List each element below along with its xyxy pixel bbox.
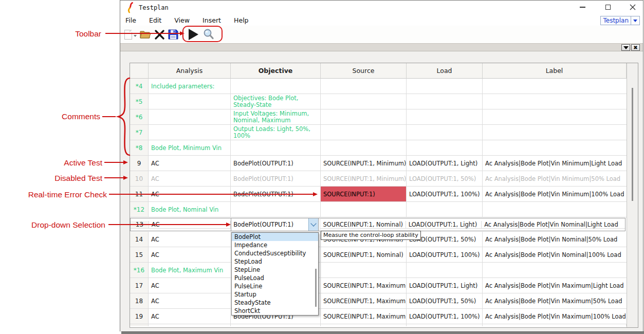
cell-source[interactable] <box>321 125 407 140</box>
cell-load[interactable] <box>407 202 483 217</box>
cell-label[interactable]: Ac Analysis|Bode Plot|Vin Minimum|100% L… <box>483 187 627 202</box>
cell-analysis[interactable]: AC <box>149 293 231 309</box>
cell-label[interactable]: Ac Analysis|Bode Plot|Vin Maximum|100% L… <box>483 309 627 324</box>
header-rownum[interactable] <box>130 63 149 79</box>
table-row-10[interactable]: 10ACBodePlot(OUTPUT:1)SOURCE(INPUT:1, Mi… <box>130 171 627 187</box>
cell-load[interactable]: LOAD(OUTPUT:1, Light) <box>407 278 483 293</box>
maximize-button[interactable] <box>599 1 617 14</box>
cell-label[interactable]: Ac Analysis|Bode Plot|Vin Nominal|100% L… <box>483 247 627 263</box>
cell-label[interactable] <box>483 140 627 156</box>
cell-analysis[interactable]: AC <box>149 171 231 187</box>
header-analysis[interactable]: Analysis <box>149 63 231 79</box>
dropdown-item-pulseload[interactable]: PulseLoad <box>232 274 318 282</box>
cell-label[interactable] <box>483 79 627 94</box>
cell-label[interactable]: Ac Analysis|Bode Plot|Vin Minimum|Light … <box>483 156 627 171</box>
new-document-button[interactable] <box>121 28 135 41</box>
dropdown-item-conductedsusceptibility[interactable]: ConductedSusceptibility <box>232 249 318 257</box>
cell-load[interactable]: LOAD(OUTPUT:1, Light) <box>407 156 483 171</box>
dropdown-item-stepline[interactable]: StepLine <box>232 266 318 274</box>
table-row-4[interactable]: *4Included parameters: <box>130 79 627 94</box>
dropdown-item-bodeplot[interactable]: BodePlot <box>232 233 318 241</box>
cell-source[interactable]: SOURCE(INPUT:1, Nominal) <box>321 247 407 263</box>
dropdown-item-startup[interactable]: Startup <box>232 290 318 299</box>
cell-objective[interactable]: BodePlot(OUTPUT:1) <box>231 171 321 187</box>
cell-load[interactable]: LOAD(OUTPUT:1, 50%) <box>407 293 483 309</box>
cell-load[interactable] <box>407 140 483 156</box>
cell-load[interactable] <box>407 94 483 109</box>
cell-objective[interactable]: Input Voltages: Minimum, Nominal, Maximu… <box>231 109 321 125</box>
menu-insert[interactable]: Insert <box>197 15 226 24</box>
table-vertical-scrollbar[interactable] <box>627 63 638 327</box>
cell-analysis[interactable] <box>149 125 231 140</box>
cell-source[interactable]: SOURCE(INPUT:1, Minimum) <box>321 156 407 171</box>
cell-label[interactable] <box>483 109 627 125</box>
cell-load[interactable] <box>407 263 483 278</box>
header-source[interactable]: Source <box>321 63 407 79</box>
header-objective[interactable]: Objective <box>231 63 321 79</box>
cell-label[interactable]: Ac Analysis|Bode Plot|Vin Nominal|Light … <box>482 221 625 229</box>
scrollbar-thumb[interactable] <box>632 88 633 201</box>
table-row-8[interactable]: *8Bode Plot, Minimum Vin <box>130 140 627 156</box>
table-row-5[interactable]: *5Objectives: Bode Plot, Steady-State <box>130 94 627 109</box>
cell-analysis[interactable] <box>149 94 231 109</box>
cell-label[interactable] <box>483 202 627 217</box>
table-row-6[interactable]: *6Input Voltages: Minimum, Nominal, Maxi… <box>130 109 627 125</box>
cell-objective[interactable] <box>231 140 321 156</box>
cell-load[interactable] <box>407 109 483 125</box>
cell-objective[interactable]: BodePlot(OUTPUT:1) <box>231 217 320 232</box>
cell-source[interactable]: SOURCE(INPUT:1, Maximum) <box>321 309 407 324</box>
cell-source[interactable]: SOURCE(INPUT:1, Maximum) <box>321 293 407 309</box>
menu-help[interactable]: Help <box>229 15 254 24</box>
cell-load[interactable]: LOAD(OUTPUT:1, Light) <box>406 221 482 229</box>
cell-source[interactable] <box>321 79 407 94</box>
dropdown-item-pulseline[interactable]: PulseLine <box>232 282 318 290</box>
cell-source[interactable] <box>321 263 407 278</box>
combobox-dropdown-button[interactable] <box>308 218 318 231</box>
table-row-9[interactable]: 9ACBodePlot(OUTPUT:1)SOURCE(INPUT:1, Min… <box>130 156 627 171</box>
cell-analysis[interactable]: AC <box>149 156 231 171</box>
close-button[interactable] <box>624 1 641 14</box>
cell-label[interactable]: Ac Analysis|Bode Plot|Vin Minimum|50% Lo… <box>483 171 627 187</box>
cell-label[interactable]: Ac Analysis|Bode Plot|Vin Nominal|50% Lo… <box>483 232 627 247</box>
cell-load[interactable]: LOAD(OUTPUT:1, 100%) <box>407 247 483 263</box>
header-label[interactable]: Label <box>483 63 627 79</box>
cell-objective[interactable] <box>231 202 321 217</box>
dropdown-scrollbar-thumb[interactable] <box>315 269 317 307</box>
cell-load[interactable] <box>407 125 483 140</box>
cell-analysis[interactable]: AC <box>149 247 231 263</box>
cell-analysis[interactable]: AC <box>149 309 231 324</box>
cell-label[interactable]: Ac Analysis|Bode Plot|Vin Maximum|50% Lo… <box>483 293 627 309</box>
table-row-16[interactable]: *16Bode Plot, Maximum Vin <box>130 263 627 278</box>
cell-objective[interactable]: Objectives: Bode Plot, Steady-State <box>231 94 321 109</box>
menu-view[interactable]: View <box>169 15 195 24</box>
table-row-12[interactable]: *12Bode Plot, Nominal Vin <box>130 202 627 217</box>
cell-load[interactable] <box>407 79 483 94</box>
cell-source[interactable] <box>321 94 407 109</box>
dropdown-item-shortckt[interactable]: ShortCkt <box>232 307 318 315</box>
panel-collapse-button[interactable] <box>621 44 630 51</box>
minimize-button[interactable] <box>574 1 591 14</box>
menu-file[interactable]: File <box>120 15 141 24</box>
cell-source[interactable]: SOURCE(INPUT:1) <box>321 187 407 202</box>
cell-label[interactable]: Ac Analysis|Bode Plot|Vin Maximum|Light … <box>483 278 627 293</box>
table-row-7[interactable]: *7Output Loads: Light, 50%, 100% <box>130 125 627 140</box>
cell-label[interactable] <box>483 263 627 278</box>
dropdown-item-impedance[interactable]: Impedance <box>232 241 318 249</box>
table-row-18[interactable]: 18ACSOURCE(INPUT:1, Maximum)LOAD(OUTPUT:… <box>130 293 627 309</box>
cell-objective[interactable]: Output Loads: Light, 50%, 100% <box>231 125 321 140</box>
cell-label[interactable] <box>483 125 627 140</box>
cell-source[interactable] <box>321 109 407 125</box>
dropdown-item-steadystate[interactable]: SteadyState <box>232 299 318 307</box>
dropdown-item-stepload[interactable]: StepLoad <box>232 257 318 266</box>
table-row-19[interactable]: 19ACBodePlot(OUTPUT:1)SOURCE(INPUT:1, Ma… <box>130 309 627 324</box>
new-document-dropdown-icon[interactable] <box>134 35 137 37</box>
chevron-down-icon[interactable] <box>633 20 637 22</box>
cell-analysis[interactable]: Bode Plot, Maximum Vin <box>149 263 231 278</box>
cell-load[interactable]: LOAD(OUTPUT:1, 100%) <box>407 309 483 324</box>
cell-objective[interactable]: BodePlot(OUTPUT:1) <box>231 156 321 171</box>
cell-label[interactable] <box>483 94 627 109</box>
cell-load[interactable]: LOAD(OUTPUT:1, 100%) <box>407 187 483 202</box>
cell-source[interactable]: SOURCE(INPUT:1, Minimum) <box>321 171 407 187</box>
cell-analysis[interactable]: Included parameters: <box>149 79 231 94</box>
cell-source[interactable] <box>321 202 407 217</box>
